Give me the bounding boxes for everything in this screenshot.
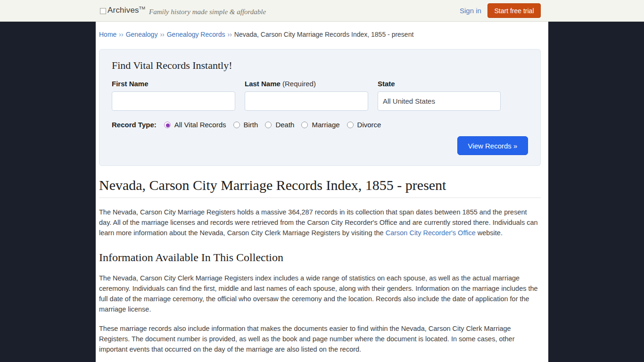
state-label: State xyxy=(378,80,501,88)
archives-logo[interactable]: ArchivesTM xyxy=(100,6,145,15)
trademark-symbol: TM xyxy=(139,6,145,10)
radio-button-icon xyxy=(347,122,354,128)
page-title: Nevada, Carson City Marriage Records Ind… xyxy=(99,177,541,198)
breadcrumb-genealogy-records-link[interactable]: Genealogy Records xyxy=(167,31,225,38)
article: Nevada, Carson City Marriage Records Ind… xyxy=(99,177,541,362)
first-name-input[interactable] xyxy=(112,91,235,111)
breadcrumb-separator: ›› xyxy=(227,31,231,38)
radio-death[interactable]: Death xyxy=(265,121,294,129)
radio-button-icon xyxy=(164,122,171,128)
first-name-label: First Name xyxy=(112,80,235,88)
record-type-group: Record Type: All Vital Records Birth Dea… xyxy=(112,121,528,129)
last-name-input[interactable] xyxy=(245,91,368,111)
logo-text: ArchivesTM xyxy=(107,6,145,15)
intro-paragraph: The Nevada, Carson City Marriage Registe… xyxy=(99,207,539,238)
last-name-label: Last Name (Required) xyxy=(245,80,368,88)
radio-marriage[interactable]: Marriage xyxy=(301,121,339,129)
breadcrumb-genealogy-link[interactable]: Genealogy xyxy=(126,31,158,38)
radio-divorce[interactable]: Divorce xyxy=(347,121,381,129)
start-free-trial-button[interactable]: Start free trial xyxy=(487,3,541,18)
record-type-label: Record Type: xyxy=(112,121,157,129)
breadcrumb-separator: ›› xyxy=(119,31,123,38)
vital-records-search-form: Find Vital Records Instantly! First Name… xyxy=(99,49,541,166)
state-select[interactable]: All United States xyxy=(378,91,501,111)
information-paragraph-1: The Nevada, Carson City Clerk Marriage R… xyxy=(99,273,539,314)
radio-button-icon xyxy=(265,122,272,128)
breadcrumb-home-link[interactable]: Home xyxy=(99,31,116,38)
state-selected-value: All United States xyxy=(383,97,435,105)
recorders-office-link[interactable]: Carson City Recorder's Office xyxy=(386,229,476,237)
last-name-required-note: (Required) xyxy=(282,80,316,88)
radio-birth[interactable]: Birth xyxy=(233,121,258,129)
breadcrumb-current-page: Nevada, Carson City Marriage Records Ind… xyxy=(234,31,414,38)
breadcrumb-separator: ›› xyxy=(160,31,164,38)
section-title-information-available: Information Available In This Collection xyxy=(99,251,541,264)
top-header-bar: ArchivesTM Family history made simple & … xyxy=(0,0,644,22)
radio-button-icon xyxy=(233,122,240,128)
search-form-title: Find Vital Records Instantly! xyxy=(112,59,528,72)
page-content-container: Home››Genealogy››Genealogy Records››Neva… xyxy=(96,22,548,362)
sign-in-link[interactable]: Sign in xyxy=(460,7,481,15)
radio-all-vital-records[interactable]: All Vital Records xyxy=(164,121,226,129)
view-records-button[interactable]: View Records » xyxy=(457,136,528,155)
radio-button-icon xyxy=(301,122,308,128)
information-paragraph-2: These marriage records also include info… xyxy=(99,323,539,354)
breadcrumb: Home››Genealogy››Genealogy Records››Neva… xyxy=(99,22,545,38)
logo-image-icon xyxy=(100,8,106,14)
site-tagline: Family history made simple & affordable xyxy=(149,8,266,16)
